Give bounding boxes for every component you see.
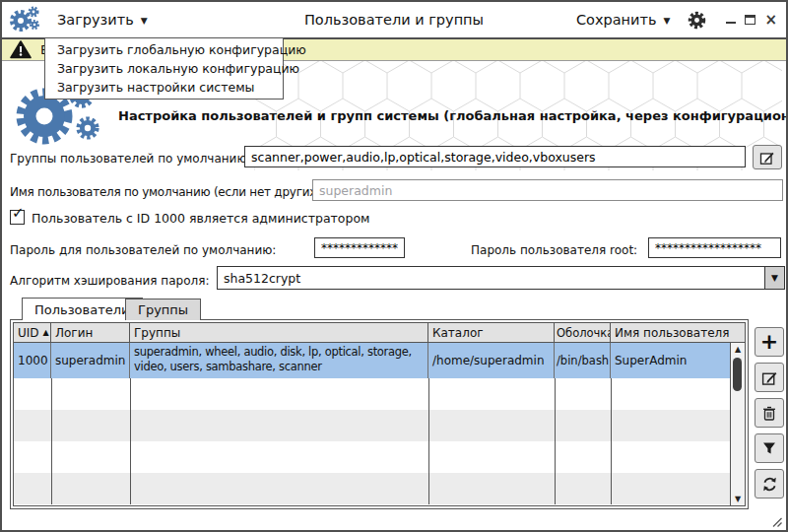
load-menu-label: Загрузить: [57, 12, 134, 28]
cell-fullname: SuperAdmin: [611, 343, 745, 378]
edit-icon: [761, 369, 778, 386]
scroll-up-icon[interactable]: ▲: [731, 345, 745, 354]
hash-algorithm-value: sha512crypt: [218, 271, 764, 286]
admin-checkbox-label: Пользователь с ID 1000 является админист…: [32, 211, 370, 226]
warning-triangle-icon: [10, 40, 32, 59]
menu-item-load-global-config[interactable]: Загрузить глобальную конфигурацию: [45, 40, 283, 59]
column-divider: [611, 378, 612, 504]
hash-algorithm-label: Алгоритм хэширования пароля:: [10, 274, 209, 288]
refresh-icon: [761, 476, 778, 493]
window-controls: ×: [726, 15, 777, 25]
cell-uid: 1000: [14, 343, 51, 378]
filter-button[interactable]: [755, 433, 784, 463]
admin-checkbox[interactable]: ✓: [10, 210, 25, 225]
table-row-selected[interactable]: 1000 superadmin superadmin, wheel, audio…: [14, 343, 745, 378]
column-header-home[interactable]: Каталог: [428, 323, 555, 342]
maximize-icon[interactable]: [745, 15, 755, 25]
column-divider: [130, 378, 131, 504]
column-divider: [428, 378, 429, 504]
menu-item-load-local-config[interactable]: Загрузить локальную конфигурацию: [45, 59, 283, 78]
root-password-input[interactable]: [648, 237, 781, 258]
column-header-shell[interactable]: Оболочка: [555, 323, 611, 342]
edit-user-button[interactable]: [755, 363, 784, 392]
column-header-groups[interactable]: Группы: [130, 323, 428, 342]
column-header-login[interactable]: Логин: [51, 323, 130, 342]
column-header-uid[interactable]: UID ▲: [14, 323, 51, 342]
add-icon: +: [760, 333, 778, 351]
cell-groups: superadmin, wheel, audio, disk, lp, opti…: [130, 343, 428, 378]
trash-icon: [761, 405, 777, 422]
table-empty-area: [14, 378, 745, 504]
save-menu-button[interactable]: Сохранить ▼: [576, 12, 670, 28]
save-menu-label: Сохранить: [576, 12, 657, 28]
users-table-inner: UID ▲ Логин Группы Каталог Оболочка Имя …: [13, 322, 746, 506]
table-scrollbar[interactable]: ▲ ▼: [730, 343, 745, 505]
default-password-input[interactable]: [314, 237, 405, 258]
toolbar: Загрузить ▼ Пользователи и группы Сохран…: [2, 2, 786, 39]
hash-algorithm-select[interactable]: sha512crypt ▼: [217, 266, 785, 290]
table-empty-row: [14, 378, 745, 410]
toolbar-right: Сохранить ▼ ×: [576, 11, 786, 30]
combo-arrow-icon[interactable]: ▼: [764, 267, 784, 289]
app-window: Загрузить ▼ Пользователи и группы Сохран…: [0, 0, 788, 532]
default-groups-input[interactable]: [244, 146, 746, 167]
column-divider: [555, 378, 556, 504]
default-password-label: Пароль для пользователей по умолчанию:: [10, 243, 276, 257]
default-username-label: Имя пользователя по умолчанию (если нет …: [10, 185, 324, 199]
cell-home: /home/superadmin: [428, 343, 555, 378]
scrollbar-thumb[interactable]: [733, 358, 742, 391]
load-dropdown-menu: Загрузить глобальную конфигурацию Загруз…: [44, 37, 284, 100]
settings-gear-icon[interactable]: [688, 11, 706, 30]
edit-groups-button[interactable]: [753, 145, 782, 169]
app-logo-gears-icon: [10, 5, 41, 34]
resize-grip[interactable]: [769, 514, 783, 528]
section-heading: Настройка пользователей и групп системы …: [118, 108, 788, 123]
refresh-button[interactable]: [755, 469, 784, 499]
root-password-label: Пароль пользователя root:: [471, 243, 637, 257]
menu-item-load-system-settings[interactable]: Загрузить настройки системы: [45, 78, 283, 97]
column-divider: [51, 378, 52, 504]
column-header-fullname[interactable]: Имя пользователя: [611, 323, 745, 342]
scroll-down-icon[interactable]: ▼: [731, 495, 745, 503]
pencil-icon: [759, 150, 775, 166]
cell-shell: /bin/bash: [555, 343, 611, 378]
filter-icon: [761, 440, 777, 456]
default-groups-label: Группы пользователей по умолчанию:: [10, 152, 251, 166]
minimize-icon[interactable]: [726, 22, 736, 25]
check-icon: ✓: [12, 204, 25, 222]
tab-groups[interactable]: Группы: [125, 299, 201, 320]
table-empty-row: [14, 441, 745, 473]
cell-login: superadmin: [51, 343, 130, 378]
table-header-row: UID ▲ Логин Группы Каталог Оболочка Имя …: [14, 323, 745, 343]
table-empty-row: [14, 410, 745, 441]
table-empty-row: [14, 473, 745, 504]
sort-asc-icon: ▲: [43, 328, 49, 337]
users-table: UID ▲ Логин Группы Каталог Оболочка Имя …: [10, 319, 749, 509]
default-username-input[interactable]: [312, 179, 783, 201]
chevron-down-icon: ▼: [664, 14, 671, 26]
add-user-button[interactable]: +: [755, 327, 784, 357]
chevron-down-icon: ▼: [141, 14, 148, 26]
load-menu-button[interactable]: Загрузить ▼: [57, 12, 148, 28]
delete-user-button[interactable]: [755, 398, 784, 428]
close-icon[interactable]: ×: [764, 15, 777, 25]
